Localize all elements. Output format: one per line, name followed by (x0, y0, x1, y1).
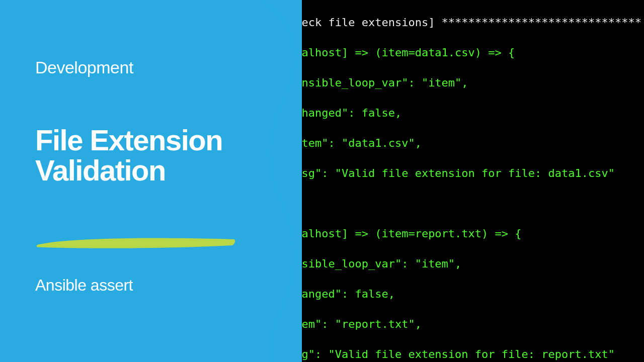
title-line-2: Validation (35, 155, 236, 186)
thumbnail-stage: SK [Check file extensions] *************… (0, 0, 644, 362)
ok-item-1-line: "changed": false, (262, 106, 644, 121)
ok-item-1-line: "msg": "Valid file extension for file: d… (262, 166, 644, 181)
subtitle: Ansible assert (35, 276, 236, 295)
ok-item-2-header: [localhost] => (item=report.txt) => { (262, 226, 644, 241)
ok-item-1-line: "ansible_loop_var": "item", (262, 75, 644, 90)
ok-item-2-line: "msg": "Valid file extension for file: r… (262, 347, 644, 362)
ok-item-1-header: : [localhost] => (item=data1.csv) => { (262, 45, 644, 60)
ok-item-2-line: "changed": false, (262, 287, 644, 302)
ok-item-1-line: "item": "data1.csv", (262, 136, 644, 151)
page-title: File Extension Validation (35, 125, 236, 186)
ok-item-2-line: "ansible_loop_var": "item", (262, 256, 644, 272)
category-label: Development (35, 58, 236, 77)
title-line-1: File Extension (35, 125, 236, 155)
highlight-underline (35, 236, 236, 249)
ok-item-2-line: "item": "report.txt", (262, 317, 644, 332)
task-header: SK [Check file extensions] *************… (262, 15, 644, 30)
panel-content: Development File Extension Validation An… (35, 58, 236, 295)
